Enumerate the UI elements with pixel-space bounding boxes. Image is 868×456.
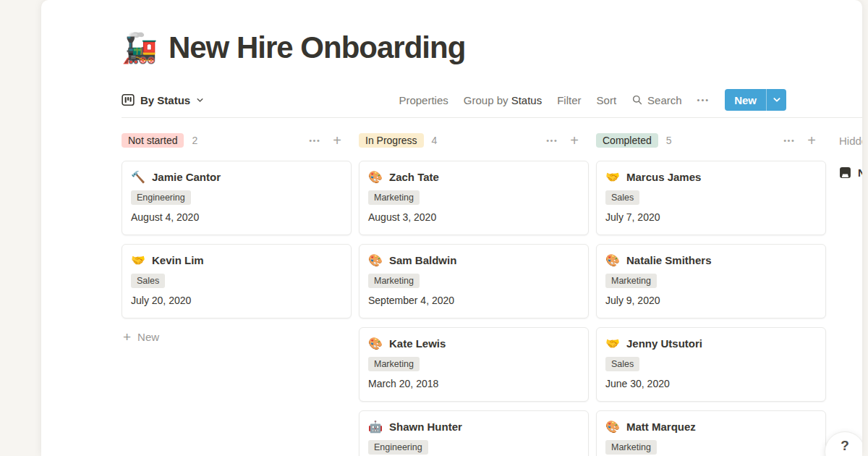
card-title-row: 🎨 Kate Lewis [368, 337, 579, 350]
hidden-columns-section: Hidden columns No Status [839, 131, 862, 456]
column-header: In Progress 4 ••• + [359, 131, 589, 150]
card-jamie-cantor[interactable]: 🔨 Jamie Cantor Engineering August 4, 202… [122, 161, 352, 235]
card-title-row: 🤝 Jenny Utsutori [605, 337, 817, 350]
card-title-row: 🎨 Natalie Smithers [605, 253, 817, 267]
palette-icon: 🎨 [368, 337, 383, 350]
view-label: By Status [140, 94, 190, 106]
column-header-actions: ••• + [309, 134, 341, 147]
card-date: July 20, 2020 [131, 295, 342, 306]
card-name: Shawn Hunter [389, 421, 462, 433]
group-by-value: Status [511, 94, 542, 106]
group-by-button[interactable]: Group by Status [464, 94, 542, 106]
card-name: Kevin Lim [152, 254, 204, 266]
card-natalie-smithers[interactable]: 🎨 Natalie Smithers Marketing July 9, 202… [596, 244, 826, 318]
status-badge[interactable]: Completed [596, 133, 658, 148]
column-add-button[interactable]: + [570, 134, 579, 147]
column-not-started: Not started 2 ••• + 🔨 Jamie Cantor Engin… [122, 131, 352, 456]
card-zach-tate[interactable]: 🎨 Zach Tate Marketing August 3, 2020 [359, 161, 589, 235]
card-name: Sam Baldwin [389, 254, 456, 266]
card-title-row: 🎨 Matt Marquez [605, 420, 817, 434]
column-add-button[interactable]: + [807, 134, 816, 147]
handshake-icon: 🤝 [605, 170, 620, 184]
search-button[interactable]: Search [631, 94, 682, 106]
column-header-actions: ••• + [783, 134, 816, 147]
card-name: Natalie Smithers [626, 254, 712, 266]
card-date: September 4, 2020 [368, 295, 579, 306]
hidden-group-label: No Status [858, 166, 862, 179]
filter-button[interactable]: Filter [557, 94, 581, 106]
card-name: Kate Lewis [389, 337, 446, 350]
column-more-button[interactable]: ••• [309, 136, 320, 145]
card-name: Marcus James [626, 171, 701, 183]
card-name: Matt Marquez [626, 421, 696, 433]
card-marcus-james[interactable]: 🤝 Marcus James Sales July 7, 2020 [596, 161, 826, 235]
hidden-columns-toggle[interactable]: Hidden columns [839, 131, 862, 150]
card-title-row: 🤝 Kevin Lim [131, 253, 342, 267]
properties-button[interactable]: Properties [399, 94, 448, 106]
column-header-actions: ••• + [546, 134, 579, 147]
card-kate-lewis[interactable]: 🎨 Kate Lewis Marketing March 20, 2018 [359, 327, 589, 402]
palette-icon: 🎨 [605, 420, 620, 434]
card-title-row: 🎨 Sam Baldwin [368, 253, 579, 267]
card-shawn-hunter[interactable]: 🤖 Shawn Hunter Engineering [359, 410, 589, 456]
card-date: July 9, 2020 [605, 295, 817, 306]
column-in-progress: In Progress 4 ••• + 🎨 Zach Tate Marketin… [359, 131, 589, 456]
card-title-row: 🔨 Jamie Cantor [131, 170, 342, 184]
card-name: Jenny Utsutori [626, 337, 702, 350]
card-title-row: 🤖 Shawn Hunter [368, 420, 579, 434]
department-tag: Engineering [131, 190, 191, 205]
card-kevin-lim[interactable]: 🤝 Kevin Lim Sales July 20, 2020 [122, 244, 352, 318]
department-tag: Marketing [368, 274, 420, 288]
hammer-icon: 🔨 [131, 170, 145, 184]
palette-icon: 🎨 [368, 253, 383, 267]
card-title-row: 🎨 Zach Tate [368, 170, 579, 184]
robot-icon: 🤖 [368, 420, 383, 434]
add-card-button[interactable]: + New [122, 329, 352, 345]
column-more-button[interactable]: ••• [546, 136, 558, 145]
status-badge[interactable]: Not started [122, 133, 184, 148]
more-options-button[interactable]: ••• [697, 96, 710, 104]
department-tag: Sales [131, 274, 165, 288]
kanban-board: Not started 2 ••• + 🔨 Jamie Cantor Engin… [122, 131, 862, 456]
card-date: June 30, 2020 [605, 378, 817, 389]
toolbar-divider [122, 117, 862, 118]
column-count: 4 [432, 135, 438, 146]
card-date: July 7, 2020 [605, 211, 817, 223]
card-date: August 3, 2020 [368, 211, 579, 223]
column-add-button[interactable]: + [333, 134, 341, 147]
page-icon[interactable]: 🚂 [122, 33, 158, 62]
department-tag: Engineering [368, 440, 428, 455]
hidden-group-no-status[interactable]: No Status [839, 161, 862, 179]
sort-button[interactable]: Sort [597, 94, 617, 106]
column-more-button[interactable]: ••• [783, 136, 795, 145]
palette-icon: 🎨 [368, 170, 383, 184]
view-tab-by-status[interactable]: By Status [122, 93, 204, 106]
new-button-label[interactable]: New [725, 89, 766, 111]
toolbar-actions: Properties Group by Status Filter Sort S… [399, 89, 786, 111]
view-toolbar: By Status Properties Group by Status Fil… [122, 88, 786, 111]
notion-page: 🚂 New Hire Onboarding By Status Proper [41, 0, 862, 456]
inbox-icon [839, 166, 851, 179]
new-button-dropdown[interactable] [767, 89, 786, 111]
card-date: August 4, 2020 [131, 211, 342, 223]
column-header: Not started 2 ••• + [122, 131, 352, 150]
page-title[interactable]: New Hire Onboarding [169, 30, 465, 65]
column-count: 2 [192, 135, 197, 146]
plus-icon: + [123, 330, 131, 344]
department-tag: Marketing [605, 274, 657, 288]
card-name: Zach Tate [389, 171, 439, 183]
status-badge[interactable]: In Progress [359, 133, 424, 148]
department-tag: Marketing [605, 440, 657, 455]
column-header: Completed 5 ••• + [596, 131, 826, 150]
board-view-icon [122, 93, 135, 106]
chevron-down-icon [196, 96, 204, 104]
card-sam-baldwin[interactable]: 🎨 Sam Baldwin Marketing September 4, 202… [359, 244, 589, 318]
column-count: 5 [666, 135, 672, 146]
department-tag: Marketing [368, 190, 420, 205]
search-label: Search [647, 94, 682, 106]
handshake-icon: 🤝 [131, 253, 145, 267]
new-button[interactable]: New [725, 89, 786, 111]
card-jenny-utsutori[interactable]: 🤝 Jenny Utsutori Sales June 30, 2020 [596, 327, 826, 402]
group-by-prefix: Group by [464, 94, 509, 106]
card-matt-marquez[interactable]: 🎨 Matt Marquez Marketing [596, 410, 826, 456]
